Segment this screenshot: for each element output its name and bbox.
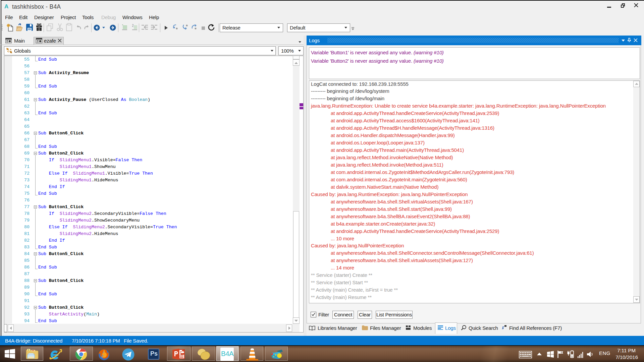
- svg-text:2: 2: [132, 24, 134, 27]
